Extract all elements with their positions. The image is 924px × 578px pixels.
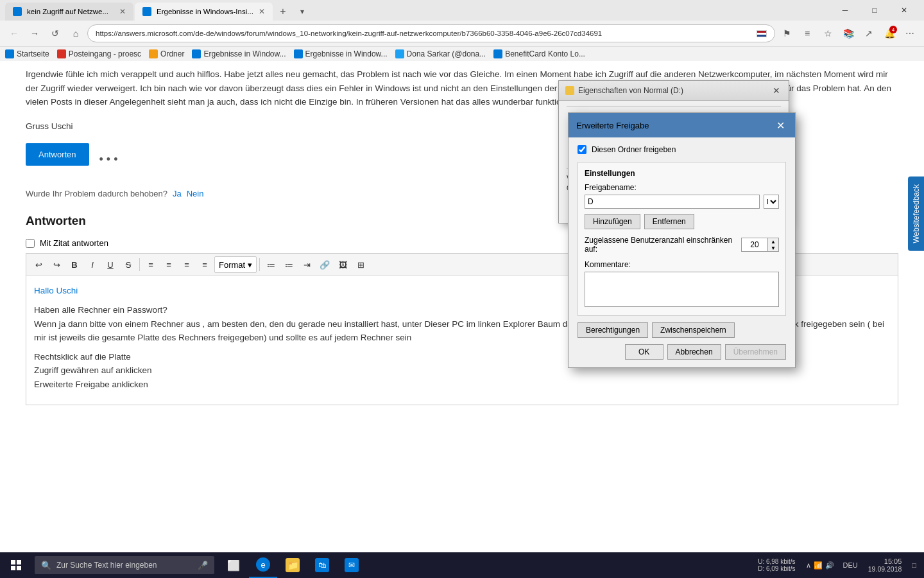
close-button[interactable]: ✕: [889, 0, 919, 21]
dialog-abbrechen-button[interactable]: Abbrechen: [667, 344, 721, 360]
svg-rect-2: [11, 566, 15, 570]
fav-posteingang[interactable]: Posteingang - proesc: [57, 49, 141, 58]
bold-button[interactable]: B: [66, 256, 83, 273]
taskbar-mic-icon: 🎤: [198, 561, 208, 570]
window-controls: ─ □ ✕: [830, 0, 919, 21]
tray-icons[interactable]: ∧ 📶 🔊: [803, 560, 837, 571]
notifications-button[interactable]: □: [909, 560, 919, 570]
reader-view-icon[interactable]: ≡: [798, 24, 816, 42]
refresh-button[interactable]: ↺: [46, 24, 64, 42]
resolve-yes-link[interactable]: Ja: [173, 189, 182, 198]
reply-button[interactable]: Antworten: [26, 143, 89, 166]
tab-dropdown[interactable]: ▾: [293, 3, 311, 21]
undo-button[interactable]: ↩: [30, 256, 47, 273]
italic-button[interactable]: I: [84, 256, 101, 273]
entfernen-button[interactable]: Entfernen: [644, 214, 694, 229]
strikethrough-button[interactable]: S: [120, 256, 137, 273]
taskbar-mail-button[interactable]: ✉: [338, 552, 366, 578]
ordered-list-button[interactable]: ≔: [280, 256, 297, 273]
taskbar-multitask-button[interactable]: ⬜: [219, 552, 248, 578]
lang-indicator[interactable]: DEU: [841, 560, 860, 570]
spinbox-up[interactable]: ▲: [768, 238, 778, 245]
address-bar[interactable]: https://answers.microsoft.com/de-de/wind…: [87, 24, 775, 42]
limit-spinbox[interactable]: ▲ ▼: [741, 238, 779, 252]
underline-button[interactable]: U: [102, 256, 119, 273]
format-dropdown[interactable]: Format ▾: [214, 256, 257, 273]
image-button[interactable]: 🖼: [334, 256, 351, 273]
kommentare-textarea[interactable]: [585, 272, 779, 307]
fav-startseite-icon: [5, 49, 14, 58]
taskbar-search-box[interactable]: 🔍 Zur Suche Text hier eingeben 🎤: [35, 556, 214, 574]
resolve-question: Wurde Ihr Problem dadurch behoben?: [26, 189, 167, 198]
limit-input[interactable]: [742, 238, 767, 251]
link-button[interactable]: 🔗: [316, 256, 333, 273]
minimize-button[interactable]: ─: [830, 0, 860, 21]
taskbar-edge-icon: e: [256, 557, 270, 572]
hub-icon[interactable]: 📚: [839, 24, 857, 42]
limit-row: Zugelassene Benutzeranzahl einschränken …: [585, 236, 779, 254]
share-icon[interactable]: ↗: [860, 24, 878, 42]
fav-ergebnisse2[interactable]: Ergebnisse in Window...: [294, 49, 388, 58]
zwischenspeichern-button[interactable]: Zwischenspeichern: [652, 322, 735, 338]
freigabename-input[interactable]: [585, 195, 760, 209]
dialog-uebernehmen-button[interactable]: Übernehmen: [725, 344, 786, 360]
align-right-button[interactable]: ≡: [178, 256, 195, 273]
hinzufuegen-button[interactable]: Hinzufügen: [585, 214, 640, 229]
new-tab-button[interactable]: +: [274, 3, 292, 21]
feedback-icon[interactable]: 🔔 4: [880, 24, 898, 42]
favorites-icon[interactable]: ☆: [819, 24, 837, 42]
back-button[interactable]: ←: [5, 24, 23, 42]
dialog-ok-button[interactable]: OK: [625, 344, 663, 360]
kommentare-label: Kommentare:: [585, 260, 779, 269]
fav-ergebnisse1[interactable]: Ergebnisse in Window...: [192, 49, 286, 58]
network-stats[interactable]: U: 6,98 kbit/s D: 6,09 kbit/s: [754, 557, 799, 574]
tab2-close[interactable]: ✕: [259, 7, 265, 16]
spinbox-down[interactable]: ▼: [768, 245, 778, 251]
more-icon[interactable]: ⋯: [901, 24, 919, 42]
indent-button[interactable]: ⇥: [298, 256, 315, 273]
tab-2[interactable]: Ergebnisse in Windows-Insi... ✕: [135, 3, 273, 21]
taskbar-search-placeholder: Zur Suche Text hier eingeben: [56, 561, 157, 570]
fav-dona[interactable]: Dona Sarkar (@dona...: [395, 49, 486, 58]
freigabename-dropdown[interactable]: D: [764, 195, 779, 209]
taskbar-apps: ⬜ e 📁 🛍 ✉: [219, 552, 366, 578]
resolve-no-link[interactable]: Nein: [187, 189, 204, 198]
quote-checkbox-input[interactable]: [26, 239, 35, 248]
eigenschaften-close-button[interactable]: ✕: [771, 85, 782, 96]
favorites-bar: Startseite Posteingang - proesc Ordner E…: [0, 46, 924, 61]
berechtigungen-button[interactable]: Berechtigungen: [578, 322, 648, 338]
fav-startseite[interactable]: Startseite: [5, 49, 49, 58]
erweiterte-freigabe-close-button[interactable]: ✕: [773, 118, 787, 132]
forward-button[interactable]: →: [26, 24, 44, 42]
align-left-button[interactable]: ≡: [142, 256, 159, 273]
fav-dona-icon: [395, 49, 404, 58]
clock[interactable]: 15:05 19.09.2018: [864, 556, 906, 574]
fav-benefitcard[interactable]: BenefitCard Konto Lo...: [493, 49, 585, 58]
redo-button[interactable]: ↪: [48, 256, 65, 273]
fav-ordner[interactable]: Ordner: [149, 49, 184, 58]
maximize-button[interactable]: □: [860, 0, 889, 21]
diesen-ordner-checkbox[interactable]: [578, 145, 586, 154]
unordered-list-button[interactable]: ≔: [262, 256, 279, 273]
fav-ergebnisse2-label: Ergebnisse in Window...: [305, 49, 388, 58]
svg-rect-0: [11, 560, 15, 565]
more-options-button[interactable]: • • •: [99, 153, 118, 166]
taskbar-store-icon: 🛍: [315, 558, 329, 572]
taskbar-edge-button[interactable]: e: [249, 552, 277, 578]
home-button[interactable]: ⌂: [67, 24, 85, 42]
tab-1[interactable]: kein Zugriff auf Netzwe... ✕: [5, 3, 133, 21]
collections-icon[interactable]: ⚑: [778, 24, 796, 42]
taskbar-store-button[interactable]: 🛍: [308, 552, 336, 578]
tab1-close[interactable]: ✕: [119, 7, 126, 16]
title-bar: kein Zugriff auf Netzwe... ✕ Ergebnisse …: [0, 0, 924, 21]
start-button[interactable]: [0, 552, 32, 578]
network-icon: 📶: [814, 561, 823, 570]
dialog-action-buttons: OK Abbrechen Übernehmen: [578, 344, 786, 360]
format-dropdown-arrow: ▾: [248, 260, 252, 270]
fav-startseite-label: Startseite: [17, 49, 49, 58]
table-button[interactable]: ⊞: [352, 256, 369, 273]
justify-button[interactable]: ≡: [196, 256, 213, 273]
tab-bar: kein Zugriff auf Netzwe... ✕ Ergebnisse …: [5, 0, 825, 21]
align-center-button[interactable]: ≡: [160, 256, 177, 273]
taskbar-explorer-button[interactable]: 📁: [278, 552, 307, 578]
